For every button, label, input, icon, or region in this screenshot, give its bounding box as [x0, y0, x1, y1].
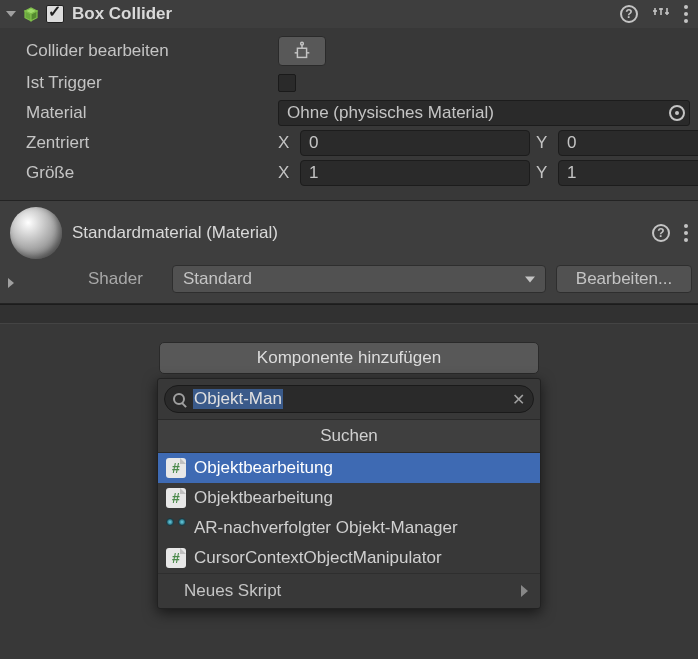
edit-collider-button[interactable] [278, 36, 326, 66]
foldout-icon[interactable] [8, 278, 14, 288]
shader-value: Standard [183, 269, 252, 289]
x-label: X [278, 163, 294, 183]
box-collider-header[interactable]: Box Collider ? [0, 0, 698, 28]
x-label: X [278, 133, 294, 153]
is-trigger-label: Ist Trigger [26, 73, 278, 93]
edit-collider-label: Collider bearbeiten [26, 41, 278, 61]
material-preview-icon [10, 207, 62, 259]
results-list: #Objektbearbeitung#ObjektbearbeitungAR-n… [158, 453, 540, 573]
add-component-popup: Objekt-Man ✕ Suchen #Objektbearbeitung#O… [157, 378, 541, 609]
y-label: Y [536, 133, 552, 153]
popup-title: Suchen [158, 419, 540, 453]
result-label: AR-nachverfolgter Objekt-Manager [194, 518, 458, 538]
script-icon: # [166, 458, 186, 478]
foldout-icon[interactable] [6, 11, 16, 17]
help-icon[interactable]: ? [620, 5, 638, 23]
box-collider-component: Box Collider ? Collider bearbeiten [0, 0, 698, 201]
kebab-icon[interactable] [684, 5, 688, 23]
material-label: Material [26, 103, 278, 123]
separator [0, 304, 698, 324]
result-item[interactable]: #Objektbearbeitung [158, 483, 540, 513]
object-picker-icon[interactable] [669, 105, 685, 121]
center-label: Zentriert [26, 133, 278, 153]
size-label: Größe [26, 163, 278, 183]
preset-icon[interactable] [652, 5, 670, 23]
material-title: Standardmaterial (Material) [72, 223, 652, 243]
result-label: Objektbearbeitung [194, 488, 333, 508]
result-item[interactable]: #CursorContextObjectManipulator [158, 543, 540, 573]
edit-material-button[interactable]: Bearbeiten... [556, 265, 692, 293]
result-label: Objektbearbeitung [194, 458, 333, 478]
ar-icon [166, 518, 186, 538]
add-component-area: Komponente hinzufügen Objekt-Man ✕ Suche… [0, 324, 698, 644]
svg-point-10 [301, 42, 304, 45]
size-y-input[interactable] [558, 160, 698, 186]
enable-checkbox[interactable] [46, 5, 64, 23]
box-collider-icon [22, 5, 40, 23]
new-script-item[interactable]: Neues Skript [158, 573, 540, 608]
result-label: CursorContextObjectManipulator [194, 548, 442, 568]
help-icon[interactable]: ? [652, 224, 670, 242]
center-y-input[interactable] [558, 130, 698, 156]
material-field[interactable]: Ohne (physisches Material) [278, 100, 690, 126]
shader-label: Shader [88, 269, 162, 289]
center-x-input[interactable] [300, 130, 530, 156]
material-value: Ohne (physisches Material) [287, 103, 494, 123]
script-icon: # [166, 548, 186, 568]
script-icon: # [166, 488, 186, 508]
search-input[interactable]: Objekt-Man ✕ [164, 385, 534, 413]
kebab-icon[interactable] [684, 224, 688, 242]
result-item[interactable]: #Objektbearbeitung [158, 453, 540, 483]
material-component: Standardmaterial (Material) ? Shader Sta… [0, 201, 698, 304]
search-icon [173, 393, 185, 405]
svg-rect-6 [297, 48, 306, 57]
y-label: Y [536, 163, 552, 183]
size-x-input[interactable] [300, 160, 530, 186]
component-title: Box Collider [70, 4, 614, 24]
result-item[interactable]: AR-nachverfolgter Objekt-Manager [158, 513, 540, 543]
clear-search-icon[interactable]: ✕ [512, 390, 525, 409]
is-trigger-checkbox[interactable] [278, 74, 296, 92]
search-query: Objekt-Man [193, 389, 283, 409]
add-component-button[interactable]: Komponente hinzufügen [159, 342, 539, 374]
shader-dropdown[interactable]: Standard [172, 265, 546, 293]
